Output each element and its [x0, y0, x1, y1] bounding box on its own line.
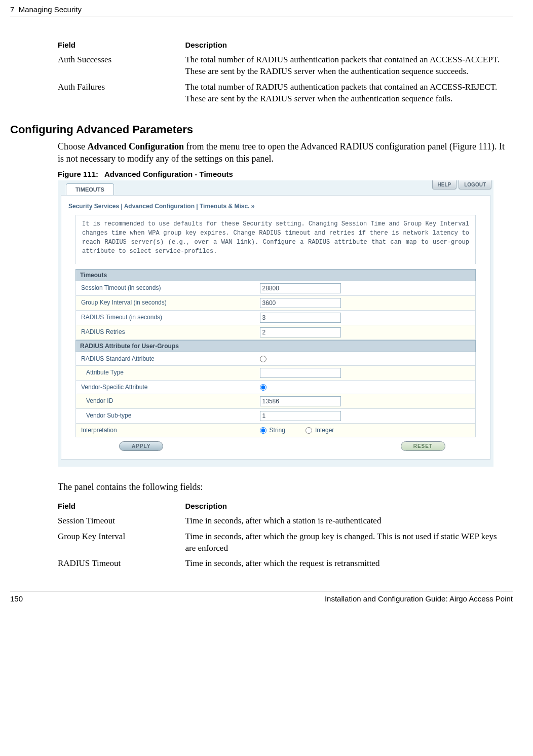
group-key-input[interactable]	[260, 298, 341, 308]
table-row: Auth Failures The total number of RADIUS…	[58, 80, 513, 107]
std-attr-radio[interactable]	[260, 356, 266, 362]
help-note: It is recommended to use defaults for th…	[75, 215, 476, 264]
interp-string-label: String	[270, 427, 285, 434]
reset-button[interactable]: RESET	[401, 441, 445, 451]
vendor-sub-label: Vendor Sub-type	[76, 409, 256, 423]
screenshot-panel: TIMEOUTS HELP LOGOUT Security Services |…	[58, 180, 493, 467]
table-head-field: Field	[58, 37, 185, 52]
session-timeout-label: Session Timeout (in seconds)	[76, 281, 256, 295]
field-cell: Group Key Interval	[58, 529, 185, 556]
table-head-field: Field	[58, 499, 185, 513]
field-cell: Auth Successes	[58, 52, 185, 80]
radius-timeout-input[interactable]	[260, 313, 341, 323]
desc-cell: The total number of RADIUS authenticatio…	[185, 80, 513, 107]
interp-integer-radio[interactable]	[306, 427, 312, 434]
interp-string-radio[interactable]	[260, 427, 266, 434]
intro-paragraph: Choose Advanced Configuration from the m…	[58, 140, 513, 165]
desc-cell: Time in seconds, after which the group k…	[185, 529, 513, 556]
table-row: Auth Successes The total number of RADIU…	[58, 52, 513, 80]
fields-table-1: Field Description Auth Successes The tot…	[58, 37, 513, 107]
fields-table-2: Field Description Session Timeout Time i…	[58, 499, 513, 572]
group-key-label: Group Key Interval (in seconds)	[76, 296, 256, 310]
interpretation-label: Interpretation	[76, 424, 256, 437]
desc-cell: Time in seconds, after which a station i…	[185, 513, 513, 529]
field-cell: Session Timeout	[58, 513, 185, 529]
table-row: Session Timeout Time in seconds, after w…	[58, 513, 513, 529]
session-timeout-input[interactable]	[260, 283, 341, 293]
desc-cell: Time in seconds, after which the request…	[185, 556, 513, 572]
radius-timeout-label: RADIUS Timeout (in seconds)	[76, 311, 256, 325]
desc-cell: The total number of RADIUS authenticatio…	[185, 52, 513, 80]
logout-button[interactable]: LOGOUT	[459, 180, 491, 190]
table-row: RADIUS Timeout Time in seconds, after wh…	[58, 556, 513, 572]
table-head-desc: Description	[185, 499, 513, 513]
vendor-sub-input[interactable]	[260, 411, 341, 421]
std-attr-label: RADIUS Standard Attribute	[76, 352, 256, 365]
field-cell: Auth Failures	[58, 80, 185, 107]
attr-type-label: Attribute Type	[76, 366, 256, 380]
help-button[interactable]: HELP	[432, 180, 457, 190]
breadcrumb: Security Services | Advanced Configurati…	[68, 201, 483, 215]
vendor-spec-radio[interactable]	[260, 384, 266, 391]
interp-integer-label: Integer	[315, 427, 334, 434]
radius-retries-label: RADIUS Retries	[76, 325, 256, 339]
table-row: Group Key Interval Time in seconds, afte…	[58, 529, 513, 556]
page-header: 7 Managing Security	[10, 5, 513, 17]
field-cell: RADIUS Timeout	[58, 556, 185, 572]
radius-retries-input[interactable]	[260, 327, 341, 337]
figure-caption: Figure 111: Advanced Configuration - Tim…	[58, 170, 513, 178]
tab-timeouts[interactable]: TIMEOUTS	[66, 183, 114, 195]
page-number: 150	[10, 594, 23, 603]
chapter-label: 7 Managing Security	[10, 5, 82, 14]
panel-intro: The panel contains the following fields:	[58, 481, 513, 493]
table-head-desc: Description	[185, 37, 513, 52]
vendor-id-input[interactable]	[260, 396, 341, 406]
vendor-id-label: Vendor ID	[76, 394, 256, 408]
page-footer: 150 Installation and Configuration Guide…	[10, 591, 513, 603]
header-divider	[10, 17, 513, 17]
apply-button[interactable]: APPLY	[119, 441, 163, 451]
section-timeouts: Timeouts	[75, 269, 476, 281]
vendor-spec-label: Vendor-Specific Attribute	[76, 381, 256, 394]
doc-title: Installation and Configuration Guide: Ai…	[325, 594, 513, 603]
section-radius-attr: RADIUS Attribute for User-Groups	[75, 340, 476, 352]
attr-type-input[interactable]	[260, 368, 341, 378]
section-heading: Configuring Advanced Parameters	[10, 123, 513, 136]
